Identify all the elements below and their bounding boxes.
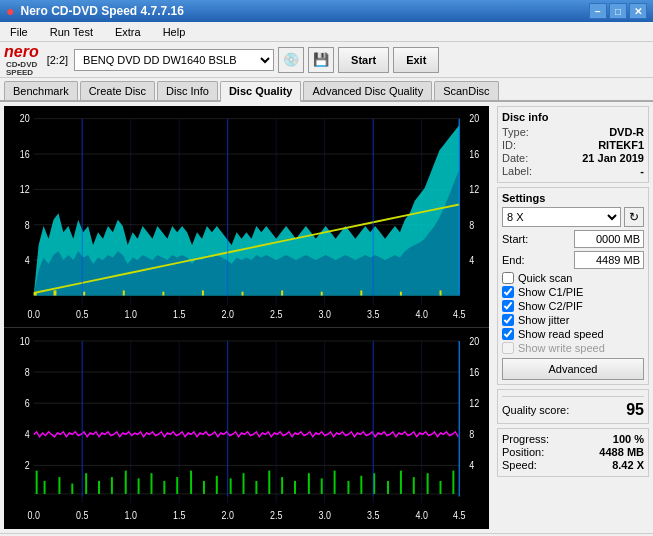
nero-logo-text: nero bbox=[4, 43, 39, 61]
disc-label-label: Label: bbox=[502, 165, 532, 177]
advanced-button[interactable]: Advanced bbox=[502, 358, 644, 380]
svg-rect-40 bbox=[123, 290, 125, 295]
svg-text:3.5: 3.5 bbox=[367, 509, 380, 521]
app-title: Nero CD-DVD Speed 4.7.7.16 bbox=[20, 4, 183, 18]
svg-rect-44 bbox=[281, 290, 283, 295]
read-speed-checkbox[interactable] bbox=[502, 328, 514, 340]
menu-run-test[interactable]: Run Test bbox=[44, 24, 99, 40]
minimize-button[interactable]: − bbox=[589, 3, 607, 19]
end-label: End: bbox=[502, 254, 525, 266]
exit-button[interactable]: Exit bbox=[393, 47, 439, 73]
svg-text:20: 20 bbox=[20, 112, 30, 124]
progress-value: 100 % bbox=[613, 433, 644, 445]
start-label: Start: bbox=[502, 233, 528, 245]
svg-rect-120 bbox=[452, 471, 454, 494]
quick-scan-label: Quick scan bbox=[518, 272, 572, 284]
menu-extra[interactable]: Extra bbox=[109, 24, 147, 40]
bottom-chart: 10 8 6 4 2 20 16 12 8 4 0.0 0.5 1.0 1.5 … bbox=[4, 328, 489, 529]
position-row: Position: 4488 MB bbox=[502, 446, 644, 458]
svg-rect-118 bbox=[427, 473, 429, 494]
chart-area: 20 16 12 8 4 20 16 12 8 4 0.0 0.5 1.0 1.… bbox=[4, 106, 489, 529]
start-input[interactable] bbox=[574, 230, 644, 248]
c2pif-checkbox[interactable] bbox=[502, 300, 514, 312]
svg-rect-110 bbox=[321, 478, 323, 494]
svg-text:16: 16 bbox=[469, 148, 479, 160]
disc-info-section: Disc info Type: DVD-R ID: RITEKF1 Date: … bbox=[497, 106, 649, 183]
svg-rect-48 bbox=[440, 290, 442, 295]
menu-file[interactable]: File bbox=[4, 24, 34, 40]
jitter-row: Show jitter bbox=[502, 314, 644, 326]
id-label: ID: bbox=[502, 139, 516, 151]
quality-score-label: Quality score: bbox=[502, 404, 569, 416]
svg-rect-89 bbox=[44, 481, 46, 494]
tab-disc-info[interactable]: Disc Info bbox=[157, 81, 218, 100]
svg-rect-106 bbox=[268, 471, 270, 494]
svg-text:12: 12 bbox=[20, 183, 30, 195]
svg-rect-92 bbox=[85, 473, 87, 494]
settings-section: Settings 8 X ↻ Start: End: Quick scan bbox=[497, 187, 649, 385]
svg-rect-119 bbox=[440, 481, 442, 494]
save-button[interactable]: 💾 bbox=[308, 47, 334, 73]
maximize-button[interactable]: □ bbox=[609, 3, 627, 19]
svg-rect-47 bbox=[400, 292, 402, 296]
svg-rect-90 bbox=[58, 477, 60, 494]
svg-rect-91 bbox=[71, 484, 73, 494]
svg-rect-46 bbox=[360, 290, 362, 295]
tab-scandisc[interactable]: ScanDisc bbox=[434, 81, 498, 100]
speed-value: 8.42 X bbox=[612, 459, 644, 471]
end-row: End: bbox=[502, 251, 644, 269]
speed-row: 8 X ↻ bbox=[502, 207, 644, 227]
position-value: 4488 MB bbox=[599, 446, 644, 458]
tab-advanced-disc-quality[interactable]: Advanced Disc Quality bbox=[303, 81, 432, 100]
date-value: 21 Jan 2019 bbox=[582, 152, 644, 164]
speed-selector[interactable]: 8 X bbox=[502, 207, 621, 227]
svg-text:3.0: 3.0 bbox=[318, 509, 331, 521]
tab-create-disc[interactable]: Create Disc bbox=[80, 81, 155, 100]
svg-rect-102 bbox=[216, 476, 218, 494]
svg-rect-117 bbox=[413, 477, 415, 494]
svg-rect-96 bbox=[138, 478, 140, 494]
end-input[interactable] bbox=[574, 251, 644, 269]
menu-bar: File Run Test Extra Help bbox=[0, 22, 653, 42]
svg-rect-41 bbox=[162, 292, 164, 296]
disc-icon-button[interactable]: 💿 bbox=[278, 47, 304, 73]
svg-rect-112 bbox=[347, 481, 349, 494]
progress-label: Progress: bbox=[502, 433, 549, 445]
svg-rect-105 bbox=[255, 481, 257, 494]
svg-rect-101 bbox=[203, 481, 205, 494]
jitter-checkbox[interactable] bbox=[502, 314, 514, 326]
close-button[interactable]: ✕ bbox=[629, 3, 647, 19]
svg-text:1.0: 1.0 bbox=[124, 509, 137, 521]
svg-text:1.5: 1.5 bbox=[173, 509, 186, 521]
cd-dvd-speed-text: CD•DVDSPEED bbox=[6, 61, 37, 77]
svg-text:2.5: 2.5 bbox=[270, 308, 283, 320]
svg-rect-100 bbox=[190, 471, 192, 494]
date-label: Date: bbox=[502, 152, 528, 164]
svg-rect-104 bbox=[243, 473, 245, 494]
jitter-label: Show jitter bbox=[518, 314, 569, 326]
menu-help[interactable]: Help bbox=[157, 24, 192, 40]
svg-text:3.0: 3.0 bbox=[319, 308, 332, 320]
start-button[interactable]: Start bbox=[338, 47, 389, 73]
svg-text:3.5: 3.5 bbox=[367, 308, 380, 320]
quick-scan-row: Quick scan bbox=[502, 272, 644, 284]
svg-text:8: 8 bbox=[469, 428, 474, 440]
quality-section: Quality score: 95 bbox=[497, 389, 649, 424]
toolbar: nero CD•DVDSPEED [2:2] BENQ DVD DD DW164… bbox=[0, 42, 653, 78]
svg-rect-108 bbox=[294, 481, 296, 494]
svg-text:10: 10 bbox=[20, 335, 30, 347]
svg-text:4.5: 4.5 bbox=[453, 509, 466, 521]
quick-scan-checkbox[interactable] bbox=[502, 272, 514, 284]
svg-text:1.0: 1.0 bbox=[125, 308, 138, 320]
tab-disc-quality[interactable]: Disc Quality bbox=[220, 81, 302, 102]
tab-benchmark[interactable]: Benchmark bbox=[4, 81, 78, 100]
svg-rect-116 bbox=[400, 471, 402, 494]
svg-text:16: 16 bbox=[20, 148, 30, 160]
c1pie-checkbox[interactable] bbox=[502, 286, 514, 298]
refresh-button[interactable]: ↻ bbox=[624, 207, 644, 227]
svg-rect-111 bbox=[334, 471, 336, 494]
svg-text:20: 20 bbox=[469, 335, 479, 347]
svg-text:12: 12 bbox=[469, 397, 479, 409]
svg-rect-115 bbox=[387, 481, 389, 494]
drive-selector[interactable]: BENQ DVD DD DW1640 BSLB bbox=[74, 49, 274, 71]
